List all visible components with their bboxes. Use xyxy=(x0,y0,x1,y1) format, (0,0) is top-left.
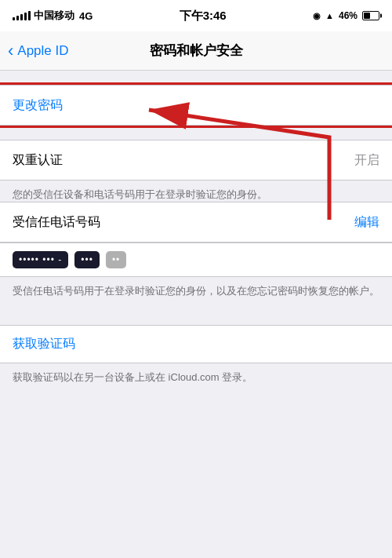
change-password-card: 更改密码 xyxy=(0,85,392,126)
change-password-label: 更改密码 xyxy=(13,97,63,114)
wifi-icon: ▲ xyxy=(325,11,334,20)
chevron-left-icon: ‹ xyxy=(8,42,13,60)
change-password-section: 更改密码 xyxy=(0,71,392,126)
phone-badge-2: ••• xyxy=(74,251,100,268)
change-password-row[interactable]: 更改密码 xyxy=(0,86,392,125)
two-factor-value: 开启 xyxy=(354,152,379,169)
status-bar: 中国移动 4G 下午3:46 ◉ ▲ 46% xyxy=(0,0,392,31)
get-code-description-area: 获取验证码以在另一台设备上或在 iCloud.com 登录。 xyxy=(0,363,392,397)
status-right: ◉ ▲ 46% xyxy=(313,10,379,21)
get-code-row[interactable]: 获取验证码 xyxy=(0,326,392,363)
get-code-label: 获取验证码 xyxy=(13,337,75,350)
content-area: 更改密码 双重认证 开启 您的受信任设备和电话号码用于在登录时验证您的身份。 受… xyxy=(0,71,392,558)
phone-description: 受信任电话号码用于在登录时验证您的身份，以及在您忘记密码时恢复您的帐户。 xyxy=(13,285,379,297)
battery-label: 46% xyxy=(339,10,358,21)
two-factor-section: 双重认证 开启 xyxy=(0,126,392,181)
page-title: 密码和帐户安全 xyxy=(150,42,243,60)
trusted-phone-label: 受信任电话号码 xyxy=(13,214,100,231)
trusted-phone-section: 受信任电话号码 编辑 xyxy=(0,202,392,243)
location-icon: ◉ xyxy=(313,11,321,21)
carrier-label: 中国移动 xyxy=(34,9,74,23)
back-button[interactable]: ‹ Apple ID xyxy=(8,42,69,60)
get-code-description: 获取验证码以在另一台设备上或在 iCloud.com 登录。 xyxy=(13,371,252,383)
two-factor-label: 双重认证 xyxy=(13,152,63,169)
trusted-phone-action[interactable]: 编辑 xyxy=(354,214,379,231)
two-factor-row: 双重认证 开启 xyxy=(0,140,392,180)
phone-badges-strip: ••••• ••• - ••• •• xyxy=(0,243,392,277)
phone-description-area: 受信任电话号码用于在登录时验证您的身份，以及在您忘记密码时恢复您的帐户。 xyxy=(0,277,392,311)
status-left: 中国移动 4G xyxy=(13,9,93,23)
nav-bar: ‹ Apple ID 密码和帐户安全 xyxy=(0,31,392,71)
network-label: 4G xyxy=(79,10,93,22)
signal-icon xyxy=(13,11,31,20)
two-factor-description: 您的受信任设备和电话号码用于在登录时验证您的身份。 xyxy=(13,188,267,200)
trusted-phone-row[interactable]: 受信任电话号码 编辑 xyxy=(0,202,392,242)
phone-badge-3: •• xyxy=(106,251,126,268)
phone-badge-1: ••••• ••• - xyxy=(13,251,68,268)
get-code-section: 获取验证码 xyxy=(0,311,392,363)
trusted-phone-card: 受信任电话号码 编辑 xyxy=(0,202,392,243)
two-factor-description-area: 您的受信任设备和电话号码用于在登录时验证您的身份。 xyxy=(0,181,392,202)
back-label: Apple ID xyxy=(17,43,68,59)
battery-icon xyxy=(362,11,379,20)
time-label: 下午3:46 xyxy=(180,9,227,24)
get-code-card: 获取验证码 xyxy=(0,325,392,363)
two-factor-card: 双重认证 开启 xyxy=(0,140,392,181)
